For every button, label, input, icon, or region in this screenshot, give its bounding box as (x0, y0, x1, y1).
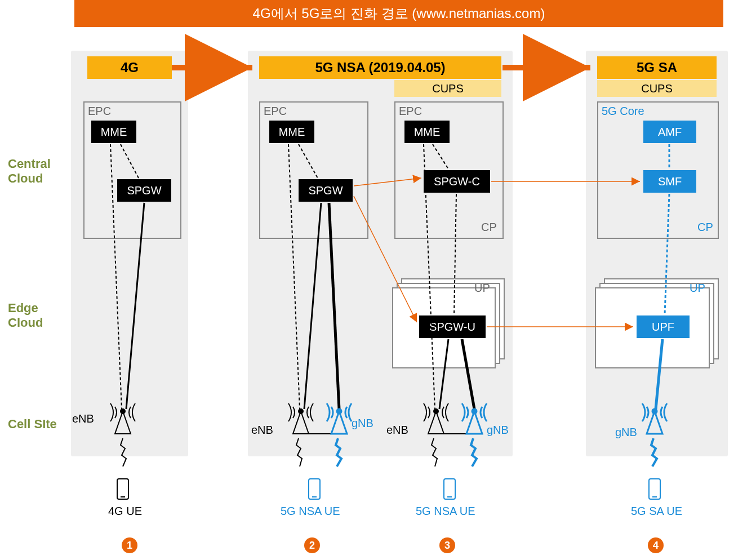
stage-title-nsa: 5G NSA (2019.04.05) (259, 56, 501, 79)
gnb-label-nsa2: gNB (487, 424, 509, 437)
enb-label-4g: eNB (72, 412, 94, 425)
node-spgw-nsa1: SPGW (299, 179, 353, 202)
svg-rect-33 (444, 479, 455, 499)
cups-strip-sa: CUPS (597, 80, 717, 97)
stage-title-sa: 5G SA (597, 56, 717, 79)
row-label-edge: Edge Cloud (8, 301, 43, 330)
node-mme-nsa1: MME (269, 121, 314, 143)
epc-label-nsa1: EPC (264, 105, 287, 118)
node-spgwc: SPGW-C (424, 170, 490, 193)
node-mme-nsa2: MME (404, 121, 450, 143)
diagram-root: 4G에서 5G로의 진화 경로 (www.netmanias.com) Cent… (0, 0, 756, 560)
badge-1: 1 (122, 537, 137, 553)
row-label-cell: Cell SIte (8, 417, 57, 432)
node-spgw-4g: SPGW (117, 179, 171, 202)
title-banner: 4G에서 5G로의 진화 경로 (www.netmanias.com) (74, 0, 723, 27)
stage-title-4g: 4G (87, 56, 172, 79)
core-label-sa: 5G Core (602, 105, 644, 118)
cp-label-sa: CP (697, 221, 713, 234)
badge-2: 2 (304, 537, 320, 553)
ue-label-4g: 4G UE (108, 505, 142, 518)
svg-rect-31 (309, 479, 320, 499)
node-spgwu: SPGW-U (419, 315, 486, 338)
up-label-sa: UP (690, 282, 705, 295)
cups-strip-nsa: CUPS (394, 80, 501, 97)
cp-label-nsa2: CP (481, 221, 497, 234)
svg-rect-29 (117, 479, 128, 499)
enb-label-nsa2: eNB (386, 424, 408, 437)
badge-3: 3 (439, 537, 455, 553)
epc-label-4g: EPC (88, 105, 111, 118)
enb-label-nsa1: eNB (251, 424, 273, 437)
ue-label-nsa2: 5G NSA UE (416, 505, 475, 518)
up-label-nsa: UP (474, 282, 490, 295)
badge-4: 4 (648, 537, 664, 553)
ue-label-nsa1: 5G NSA UE (281, 505, 340, 518)
gnb-label-nsa1: gNB (352, 417, 373, 430)
node-mme-4g: MME (91, 121, 136, 143)
ue-label-sa: 5G SA UE (631, 505, 682, 518)
gnb-label-sa: gNB (615, 426, 637, 439)
epc-label-nsa2: EPC (399, 105, 422, 118)
svg-rect-35 (649, 479, 660, 499)
row-label-central: Central Cloud (8, 157, 51, 186)
node-upf: UPF (637, 315, 690, 338)
node-amf: AMF (643, 121, 696, 143)
node-smf: SMF (643, 170, 696, 193)
